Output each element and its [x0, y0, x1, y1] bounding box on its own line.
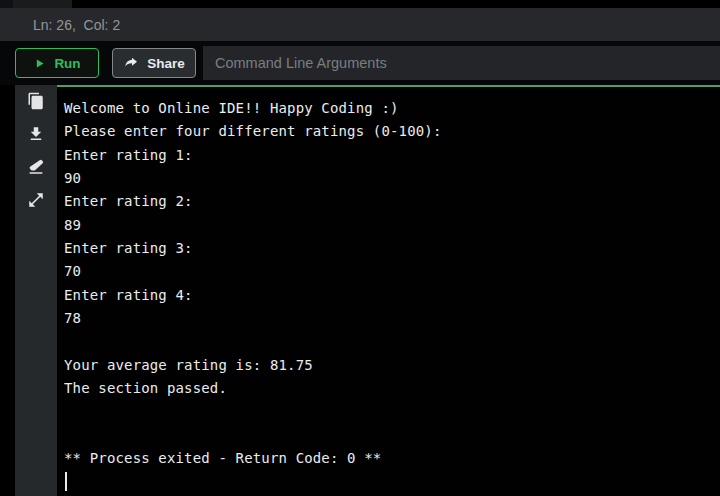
copy-output-button[interactable] [15, 87, 57, 115]
expand-console-button[interactable] [15, 186, 57, 214]
editor-area-edge [13, 0, 72, 8]
terminal-cursor [65, 472, 67, 491]
console-region: Welcome to Online IDE!! Happy Coding :) … [0, 85, 720, 496]
cursor-position-label: Ln: 26, Col: 2 [33, 17, 120, 33]
console-output[interactable]: Welcome to Online IDE!! Happy Coding :) … [57, 85, 720, 496]
toolbar: Run Share [0, 41, 720, 85]
editor-bottom-strip [0, 0, 720, 8]
share-icon [123, 55, 139, 71]
clear-console-button[interactable] [15, 153, 57, 181]
console-output-text: Welcome to Online IDE!! Happy Coding :) … [64, 97, 714, 470]
expand-icon [27, 191, 45, 209]
editor-gutter-edge [0, 0, 13, 8]
online-ide-screen: Ln: 26, Col: 2 Run Share [0, 0, 720, 496]
share-button-label: Share [147, 56, 185, 71]
left-gutter [0, 85, 15, 496]
copy-icon [27, 92, 45, 110]
download-icon [27, 125, 45, 143]
play-icon [33, 57, 46, 70]
share-button[interactable]: Share [112, 48, 196, 78]
run-button[interactable]: Run [15, 48, 99, 78]
erase-console-icon [27, 158, 45, 176]
editor-status-bar: Ln: 26, Col: 2 [0, 8, 720, 41]
download-output-button[interactable] [15, 120, 57, 148]
run-button-label: Run [54, 56, 80, 71]
command-line-arguments-input[interactable] [203, 46, 720, 80]
console-sidebar [15, 85, 57, 496]
